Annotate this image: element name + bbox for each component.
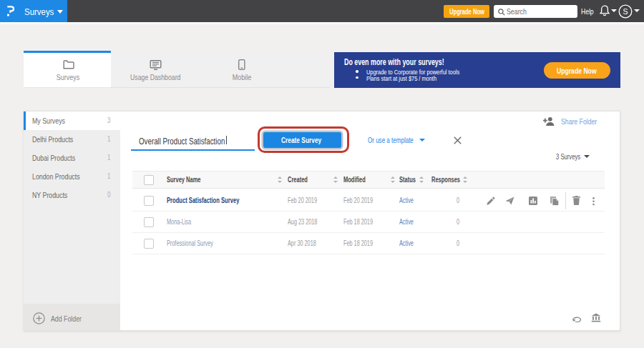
svg-text:S: S: [623, 7, 628, 16]
